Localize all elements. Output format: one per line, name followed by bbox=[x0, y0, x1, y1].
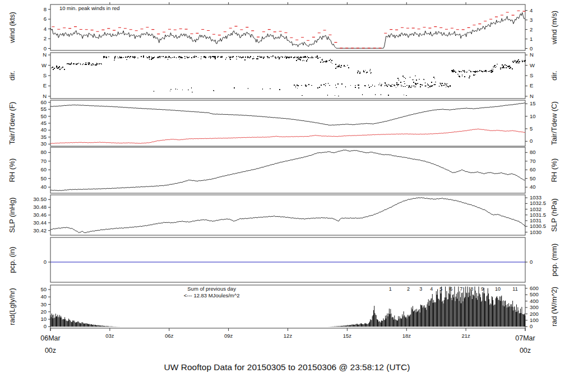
rh-left-tick-label: 80 bbox=[40, 149, 47, 155]
chart-title: UW Rooftop Data for 20150305 to 20150306… bbox=[164, 362, 410, 372]
wind-series-0-line bbox=[50, 12, 525, 48]
x-tick-label: 12z bbox=[284, 333, 293, 339]
dir-panel-frame bbox=[50, 53, 525, 99]
dir-right-tick-label: E bbox=[530, 82, 533, 88]
slp-left-tick-label: 30.44 bbox=[33, 220, 47, 226]
slp-right-tick-label: 1030 bbox=[530, 229, 541, 235]
dir-right-axis-label: dir. bbox=[550, 71, 558, 80]
rh-left-tick-label: 70 bbox=[40, 158, 47, 164]
pcp-right-axis-label: pcp. (mm) bbox=[550, 244, 558, 277]
rh-right-tick-label: 80 bbox=[530, 149, 536, 155]
rh-right-tick-label: 40 bbox=[530, 184, 536, 190]
rh-series-0-line bbox=[50, 150, 525, 191]
tair-left-tick-label: 55 bbox=[40, 106, 47, 112]
rh-right-tick-label: 60 bbox=[530, 166, 536, 172]
wind-right-tick-label: 0 bbox=[530, 45, 533, 52]
rad-hour-label: 8 bbox=[470, 286, 473, 292]
rad-left-tick-label: 0 bbox=[44, 323, 47, 329]
x-tick-label: 03z bbox=[105, 333, 114, 339]
tair-left-tick-label: 40 bbox=[40, 127, 47, 133]
tair-right-tick-label: 0 bbox=[530, 138, 533, 144]
rad-hour-label: 11 bbox=[512, 286, 517, 292]
rad-right-tick-label: 400 bbox=[530, 298, 539, 304]
x-tick-label: 09z bbox=[224, 333, 233, 339]
radiation-bars bbox=[50, 287, 525, 327]
tair-right-tick-label: 15 bbox=[530, 100, 536, 106]
dir-left-tick-label: W bbox=[41, 62, 47, 68]
dir-left-tick-label: N bbox=[43, 52, 47, 58]
dir-right-tick-label: N bbox=[530, 93, 534, 99]
dir-left-axis-label: dir. bbox=[8, 71, 16, 80]
rad-annotation-1: <--- 12.83 MJoules/m^2 bbox=[184, 292, 240, 298]
wind-annotation-0: 10 min. peak winds in red bbox=[59, 5, 120, 11]
slp-right-axis-label: SLP (hPa) bbox=[550, 198, 558, 232]
rad-left-tick-label: 50 bbox=[40, 286, 47, 292]
rh-right-axis-label: RH (%) bbox=[550, 158, 558, 183]
rad-left-axis-label: rad(Lgly/hr) bbox=[8, 288, 16, 325]
rad-hour-label: 4 bbox=[430, 286, 433, 292]
rad-left-tick-label: 40 bbox=[40, 293, 47, 300]
rad-hour-label: 6 bbox=[450, 286, 452, 292]
tair-series-1-line bbox=[50, 129, 525, 143]
x-date-label: 00z bbox=[520, 347, 531, 354]
tair-left-tick-label: 30 bbox=[40, 141, 47, 147]
tair-left-axis-label: Tair/Tdew (F) bbox=[8, 102, 16, 145]
rad-right-tick-label: 200 bbox=[530, 311, 539, 317]
dir-right-tick-label: S bbox=[530, 72, 533, 78]
rad-right-axis-label: rad (W/m^2) bbox=[550, 287, 558, 326]
dir-left-tick-label: S bbox=[43, 72, 47, 78]
wind-left-tick-label: 0 bbox=[44, 45, 47, 52]
rad-hour-label: 5 bbox=[439, 286, 442, 292]
rh-right-tick-label: 50 bbox=[530, 175, 536, 181]
slp-left-tick-label: 30.48 bbox=[33, 204, 47, 210]
rh-left-tick-label: 60 bbox=[40, 166, 47, 172]
rh-left-axis-label: RH (%) bbox=[8, 158, 16, 183]
x-date-label: 00z bbox=[45, 347, 56, 354]
rad-hour-label: 2 bbox=[407, 286, 410, 292]
rh-panel-frame bbox=[50, 147, 525, 193]
meteogram-page: 8642043210wind (kts)wind (m/s)10 min. pe… bbox=[0, 0, 574, 392]
rh-left-tick-label: 40 bbox=[40, 184, 47, 190]
rad-hour-label: 3 bbox=[419, 286, 422, 292]
pcp-panel-frame bbox=[50, 237, 525, 282]
dir-left-tick-label: N bbox=[43, 93, 47, 99]
wind-left-tick-label: 8 bbox=[44, 6, 47, 12]
tair-left-tick-label: 45 bbox=[40, 120, 47, 126]
wind-left-tick-label: 6 bbox=[44, 16, 47, 22]
rad-right-tick-label: 100 bbox=[530, 317, 539, 323]
rh-left-tick-label: 50 bbox=[40, 175, 47, 181]
rad-right-tick-label: 0 bbox=[530, 323, 533, 329]
rad-right-tick-label: 300 bbox=[530, 304, 539, 310]
x-date-label: 07Mar bbox=[515, 334, 535, 342]
meteogram-plot: 8642043210wind (kts)wind (m/s)10 min. pe… bbox=[0, 0, 574, 392]
slp-left-tick-label: 30.50 bbox=[33, 196, 47, 202]
wind-right-tick-label: 2 bbox=[530, 26, 533, 32]
x-date-label: 06Mar bbox=[40, 334, 60, 342]
rh-right-tick-label: 70 bbox=[530, 158, 536, 164]
rad-annotation-0: Sum of previous day bbox=[187, 286, 236, 292]
tair-right-tick-label: 5 bbox=[530, 125, 533, 132]
rad-left-tick-label: 20 bbox=[40, 309, 47, 315]
wind-left-axis-label: wind (kts) bbox=[8, 12, 16, 44]
wind-direction-scatter bbox=[51, 55, 526, 96]
rad-hour-label: 1 bbox=[389, 286, 392, 292]
rad-hour-label: 9 bbox=[481, 286, 484, 292]
tair-left-tick-label: 50 bbox=[40, 113, 47, 119]
slp-panel-frame bbox=[50, 195, 525, 235]
slp-series-0-line bbox=[50, 198, 525, 233]
rad-hour-label: 7 bbox=[460, 286, 462, 292]
wind-right-tick-label: 3 bbox=[530, 17, 533, 23]
wind-left-tick-label: 2 bbox=[44, 35, 47, 41]
rad-left-tick-label: 10 bbox=[40, 316, 47, 322]
rad-left-tick-label: 30 bbox=[40, 301, 47, 307]
wind-peak-dashes bbox=[52, 11, 525, 48]
x-tick-label: 21z bbox=[461, 333, 470, 339]
rad-hour-label: 10 bbox=[495, 286, 501, 292]
pcp-right-tick-label: 0 bbox=[530, 259, 533, 265]
slp-left-axis-label: SLP (inHg) bbox=[8, 197, 16, 232]
wind-left-tick-label: 4 bbox=[44, 26, 47, 32]
wind-right-axis-label: wind (m/s) bbox=[550, 11, 558, 45]
x-tick-label: 06z bbox=[165, 333, 174, 339]
tair-right-tick-label: 10 bbox=[530, 113, 536, 119]
pcp-left-tick-label: 0 bbox=[44, 259, 47, 265]
